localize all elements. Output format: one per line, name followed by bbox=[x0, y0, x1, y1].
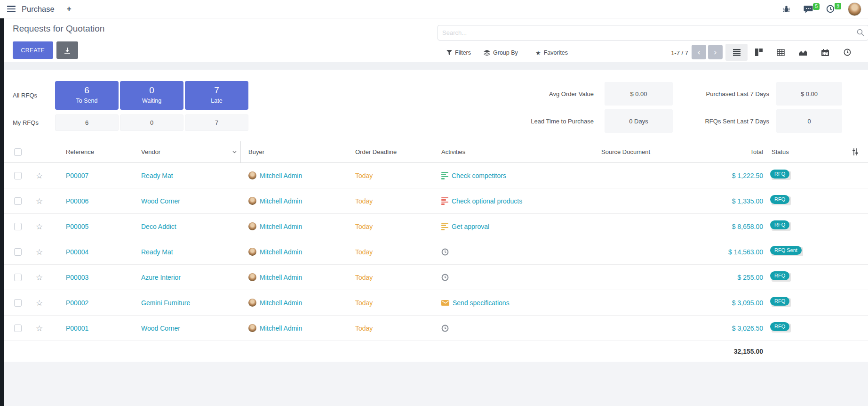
table-row[interactable]: ☆ P00003 Azure Interior Mitchell Admin T… bbox=[4, 265, 868, 290]
order-deadline-text: Today bbox=[355, 172, 373, 179]
column-header-vendor[interactable]: Vendor bbox=[141, 141, 241, 163]
column-header-source-document[interactable]: Source Document bbox=[593, 148, 687, 155]
total-amount-text: $ 8,658.00 bbox=[732, 223, 763, 230]
kpi-my-waiting-button[interactable]: 0 bbox=[120, 114, 183, 131]
table-row[interactable]: ☆ P00002 Gemini Furniture Mitchell Admin… bbox=[4, 290, 868, 316]
reference-link[interactable]: P00006 bbox=[66, 197, 88, 205]
star-icon[interactable]: ☆ bbox=[36, 247, 43, 257]
table-row[interactable]: ☆ P00006 Wood Corner Mitchell Admin Toda… bbox=[4, 188, 868, 214]
row-checkbox[interactable] bbox=[14, 325, 22, 332]
kpi-my-to-send-button[interactable]: 6 bbox=[55, 114, 119, 131]
vendor-link[interactable]: Wood Corner bbox=[141, 197, 180, 205]
activity-tasks-icon[interactable] bbox=[441, 172, 448, 179]
buyer-link[interactable]: Mitchell Admin bbox=[260, 197, 302, 205]
reference-link[interactable]: P00005 bbox=[66, 223, 88, 230]
search-input[interactable] bbox=[438, 25, 868, 41]
kpi-my-late-button[interactable]: 7 bbox=[185, 114, 248, 131]
activity-link[interactable]: Check competitors bbox=[452, 172, 506, 179]
activity-envelope-icon[interactable] bbox=[441, 300, 449, 306]
pager-previous-button[interactable]: ‹ bbox=[692, 45, 706, 59]
activity-clock-icon[interactable] bbox=[441, 274, 449, 281]
table-row[interactable]: ☆ P00007 Ready Mat Mitchell Admin Today … bbox=[4, 163, 868, 188]
stat-value-purchased-last-7-days: $ 0.00 bbox=[776, 82, 842, 106]
row-checkbox[interactable] bbox=[14, 248, 22, 256]
vendor-link[interactable]: Azure Interior bbox=[141, 274, 181, 281]
kpi-to-send-button[interactable]: 6 To Send bbox=[55, 81, 119, 110]
total-amount-text: $ 1,335.00 bbox=[732, 197, 763, 205]
top-navbar: Purchase + 5 9 bbox=[0, 0, 868, 18]
vendor-link[interactable]: Ready Mat bbox=[141, 248, 173, 256]
activities-clock-icon[interactable]: 9 bbox=[826, 5, 835, 13]
row-checkbox[interactable] bbox=[14, 299, 22, 307]
pager-next-button[interactable]: › bbox=[708, 45, 723, 59]
pivot-view-button[interactable] bbox=[770, 44, 792, 61]
row-checkbox[interactable] bbox=[14, 223, 22, 230]
row-checkbox[interactable] bbox=[14, 172, 22, 179]
create-button[interactable]: CREATE bbox=[13, 41, 53, 59]
user-avatar[interactable] bbox=[848, 2, 861, 16]
vendor-header-label: Vendor bbox=[141, 148, 160, 155]
reference-link[interactable]: P00002 bbox=[66, 299, 88, 307]
column-header-order-deadline[interactable]: Order Deadline bbox=[350, 148, 436, 155]
buyer-link[interactable]: Mitchell Admin bbox=[260, 248, 302, 256]
table-row[interactable]: ☆ P00005 Deco Addict Mitchell Admin Toda… bbox=[4, 214, 868, 239]
buyer-link[interactable]: Mitchell Admin bbox=[260, 223, 302, 230]
activity-link[interactable]: Get approval bbox=[452, 223, 489, 230]
list-view-button[interactable] bbox=[725, 44, 748, 61]
activity-tasks-icon[interactable] bbox=[441, 197, 448, 205]
optional-columns-icon[interactable] bbox=[852, 148, 859, 155]
status-badge: RFQ bbox=[772, 324, 791, 333]
row-checkbox[interactable] bbox=[14, 274, 22, 281]
select-all-checkbox[interactable] bbox=[14, 148, 22, 156]
table-row[interactable]: ☆ P00001 Wood Corner Mitchell Admin Toda… bbox=[4, 316, 868, 341]
star-icon[interactable]: ☆ bbox=[36, 171, 43, 180]
kanban-view-button[interactable] bbox=[748, 44, 770, 61]
column-header-buyer[interactable]: Buyer bbox=[241, 148, 350, 155]
buyer-link[interactable]: Mitchell Admin bbox=[260, 325, 302, 332]
star-icon[interactable]: ☆ bbox=[36, 324, 43, 333]
vendor-link[interactable]: Gemini Furniture bbox=[141, 299, 190, 307]
buyer-link[interactable]: Mitchell Admin bbox=[260, 299, 302, 307]
activity-tasks-icon[interactable] bbox=[441, 223, 448, 230]
favorites-button[interactable]: ★ Favorites bbox=[535, 47, 568, 59]
apps-menu-icon[interactable] bbox=[7, 6, 16, 12]
stat-value-rfqs-sent-last-7-days: 0 bbox=[776, 109, 842, 133]
activity-clock-icon[interactable] bbox=[441, 325, 449, 332]
plus-icon[interactable]: + bbox=[67, 4, 72, 14]
app-name[interactable]: Purchase bbox=[22, 5, 55, 14]
graph-view-button[interactable] bbox=[792, 44, 814, 61]
column-header-reference[interactable]: Reference bbox=[57, 148, 141, 155]
activity-clock-icon[interactable] bbox=[441, 248, 449, 256]
total-amount-text: $ 14,563.00 bbox=[728, 248, 763, 256]
vendor-link[interactable]: Ready Mat bbox=[141, 172, 173, 179]
buyer-link[interactable]: Mitchell Admin bbox=[260, 172, 302, 179]
vendor-link[interactable]: Wood Corner bbox=[141, 325, 180, 332]
filters-button[interactable]: Filters bbox=[446, 47, 471, 59]
table-row[interactable]: ☆ P00004 Ready Mat Mitchell Admin Today … bbox=[4, 239, 868, 265]
kpi-late-button[interactable]: 7 Late bbox=[185, 81, 248, 110]
row-checkbox[interactable] bbox=[14, 197, 22, 205]
reference-link[interactable]: P00007 bbox=[66, 172, 88, 179]
reference-link[interactable]: P00003 bbox=[66, 274, 88, 281]
reference-link[interactable]: P00001 bbox=[66, 325, 88, 332]
search-icon[interactable] bbox=[857, 29, 864, 36]
calendar-view-button[interactable] bbox=[814, 44, 836, 61]
star-icon[interactable]: ☆ bbox=[36, 196, 43, 206]
star-icon[interactable]: ☆ bbox=[36, 298, 43, 308]
column-header-activities[interactable]: Activities bbox=[436, 148, 593, 155]
column-header-status[interactable]: Status bbox=[763, 148, 822, 155]
star-icon[interactable]: ☆ bbox=[36, 222, 43, 231]
kpi-waiting-button[interactable]: 0 Waiting bbox=[120, 81, 183, 110]
activity-link[interactable]: Check optional products bbox=[452, 197, 522, 205]
column-header-total[interactable]: Total bbox=[687, 148, 763, 155]
buyer-link[interactable]: Mitchell Admin bbox=[260, 274, 302, 281]
group-by-button[interactable]: Group By bbox=[484, 47, 518, 59]
messages-icon[interactable]: 5 bbox=[804, 5, 813, 13]
activity-link[interactable]: Send specifications bbox=[453, 299, 510, 307]
export-button[interactable] bbox=[56, 41, 78, 59]
vendor-link[interactable]: Deco Addict bbox=[141, 223, 176, 230]
debug-bug-icon[interactable] bbox=[782, 5, 790, 13]
reference-link[interactable]: P00004 bbox=[66, 248, 88, 256]
activity-view-button[interactable] bbox=[836, 44, 858, 61]
star-icon[interactable]: ☆ bbox=[36, 273, 43, 282]
